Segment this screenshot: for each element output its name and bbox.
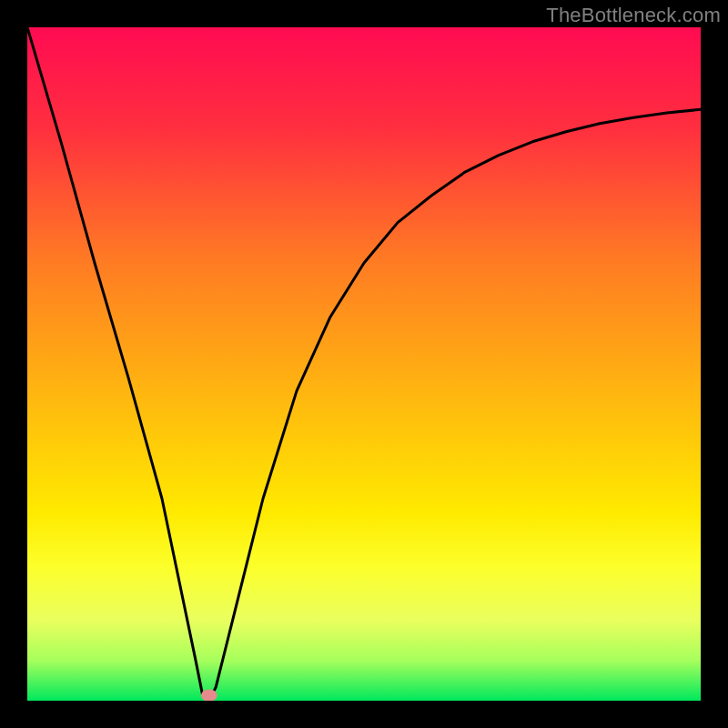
chart-svg	[27, 27, 701, 701]
chart-frame: TheBottleneck.com	[0, 0, 728, 728]
gradient-background	[27, 27, 701, 701]
plot-area	[27, 27, 701, 701]
watermark-text: TheBottleneck.com	[546, 4, 721, 27]
